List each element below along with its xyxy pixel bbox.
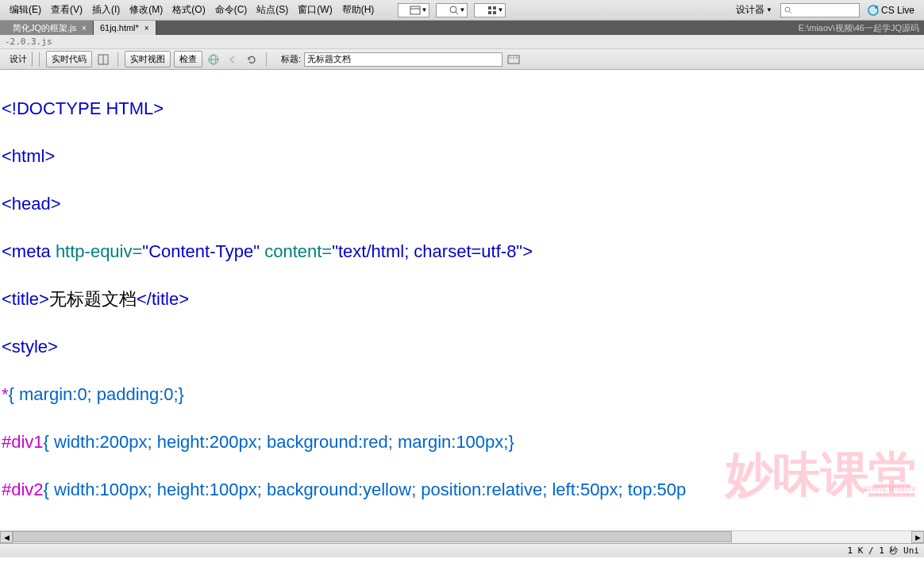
check-button[interactable]: 检查 bbox=[174, 51, 202, 67]
menu-insert[interactable]: 插入(I) bbox=[87, 1, 125, 19]
designer-button[interactable]: 设计器 ▼ bbox=[731, 1, 777, 19]
svg-point-2 bbox=[450, 6, 456, 13]
svg-rect-5 bbox=[493, 6, 496, 10]
related-files-bar: -2.0.3.js bbox=[0, 35, 924, 49]
menu-modify[interactable]: 修改(M) bbox=[125, 1, 167, 19]
globe-icon[interactable] bbox=[206, 52, 221, 67]
svg-line-9 bbox=[790, 12, 791, 13]
menu-view[interactable]: 查看(V) bbox=[46, 1, 87, 19]
horizontal-scrollbar[interactable]: ◀ ▶ bbox=[0, 530, 924, 543]
live-code-button[interactable]: 实时代码 bbox=[46, 51, 92, 67]
tabbar: 简化JQ的框架.js × 61jq.html* × E:\miaov\视频\46… bbox=[0, 21, 924, 35]
search-input[interactable] bbox=[780, 3, 860, 17]
tab-jq-framework[interactable]: 简化JQ的框架.js × bbox=[0, 21, 94, 35]
statusbar: 1 K / 1 秒 Uni bbox=[0, 543, 924, 557]
menu-edit[interactable]: 编辑(E) bbox=[5, 1, 46, 19]
svg-line-3 bbox=[456, 12, 458, 14]
menubar: 编辑(E) 查看(V) 插入(I) 修改(M) 格式(O) 命令(C) 站点(S… bbox=[0, 0, 924, 21]
layout-icon bbox=[410, 6, 421, 15]
svg-point-8 bbox=[785, 7, 790, 12]
menu-format[interactable]: 格式(O) bbox=[167, 1, 210, 19]
tab-close-icon[interactable]: × bbox=[82, 24, 87, 33]
tab-61jq[interactable]: 61jq.html* × bbox=[94, 21, 156, 35]
menu-command[interactable]: 命令(C) bbox=[210, 1, 252, 19]
scroll-right-icon[interactable]: ▶ bbox=[911, 531, 924, 543]
title-input[interactable] bbox=[304, 52, 502, 67]
svg-rect-6 bbox=[488, 11, 491, 14]
tab-label: 61jq.html* bbox=[100, 23, 139, 33]
scroll-thumb[interactable] bbox=[13, 531, 732, 542]
svg-point-11 bbox=[875, 6, 878, 9]
menu-window[interactable]: 窗口(W) bbox=[293, 1, 337, 19]
svg-rect-17 bbox=[508, 56, 519, 64]
scroll-left-icon[interactable]: ◀ bbox=[0, 531, 13, 543]
title-label: 标题: bbox=[281, 53, 301, 65]
tool-dropdown[interactable]: ▼ bbox=[474, 3, 506, 17]
designer-label: 设计器 bbox=[736, 3, 764, 17]
tab-label: 简化JQ的框架.js bbox=[13, 22, 76, 34]
grid-icon bbox=[487, 6, 497, 15]
svg-rect-4 bbox=[488, 6, 491, 10]
design-button[interactable]: 设计 bbox=[5, 52, 33, 67]
menu-site[interactable]: 站点(S) bbox=[252, 1, 293, 19]
file-path: E:\miaov\视频\46一起学JQ源码 bbox=[794, 21, 924, 35]
layout-dropdown[interactable]: ▼ bbox=[398, 3, 429, 17]
cslive-button[interactable]: CS Live bbox=[863, 3, 919, 17]
search-icon bbox=[783, 6, 793, 15]
menu-help[interactable]: 帮助(H) bbox=[337, 1, 379, 19]
toolbar: 设计 实时代码 实时视图 检查 标题: bbox=[0, 49, 924, 70]
tab-close-icon[interactable]: × bbox=[144, 24, 149, 33]
search-icon bbox=[449, 6, 459, 15]
live-view-button[interactable]: 实时视图 bbox=[125, 51, 171, 67]
nav-back-icon[interactable] bbox=[225, 52, 241, 67]
code-editor[interactable]: <!DOCTYPE HTML> <html> <head> <meta http… bbox=[0, 70, 924, 530]
cslive-label: CS Live bbox=[881, 5, 914, 16]
keyboard-icon[interactable] bbox=[506, 52, 522, 67]
svg-rect-7 bbox=[493, 11, 496, 14]
svg-rect-0 bbox=[410, 6, 420, 14]
status-info: 1 K / 1 秒 Uni bbox=[848, 545, 919, 557]
code-split-icon[interactable] bbox=[95, 52, 111, 67]
refresh-icon[interactable] bbox=[244, 52, 260, 67]
view-dropdown[interactable]: ▼ bbox=[436, 3, 468, 17]
cslive-icon bbox=[868, 5, 879, 16]
